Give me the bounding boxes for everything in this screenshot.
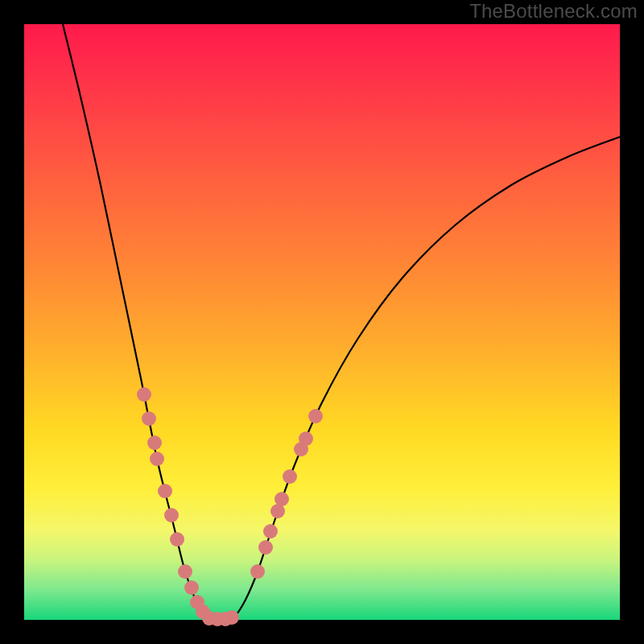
- chart-frame: TheBottleneck.com: [0, 0, 644, 644]
- chart-svg: [24, 24, 620, 620]
- left-marker-band-dot: [158, 484, 172, 498]
- left-marker-band-dot: [170, 532, 184, 547]
- main-curve: [63, 24, 620, 620]
- left-marker-band-dot: [178, 564, 192, 579]
- right-marker-band-dot: [299, 431, 313, 446]
- watermark-text: TheBottleneck.com: [469, 0, 638, 23]
- left-marker-band-dot: [164, 508, 179, 522]
- plot-area: [24, 24, 620, 620]
- right-marker-band-dot: [258, 540, 273, 555]
- right-marker-band-dot: [250, 564, 265, 579]
- left-marker-band-dot: [150, 452, 164, 466]
- right-marker-band-dot: [275, 492, 289, 506]
- left-marker-band-dot: [184, 580, 199, 595]
- left-marker-band-dot: [142, 411, 156, 426]
- right-marker-band-dot: [263, 524, 278, 539]
- right-marker-band-dot: [308, 409, 323, 423]
- right-marker-band-dot: [283, 469, 297, 484]
- markers-layer: [137, 387, 323, 626]
- valley-markers-dot: [225, 610, 239, 625]
- left-marker-band-dot: [147, 436, 162, 450]
- curve-layer: [63, 24, 620, 620]
- left-marker-band-dot: [137, 387, 151, 402]
